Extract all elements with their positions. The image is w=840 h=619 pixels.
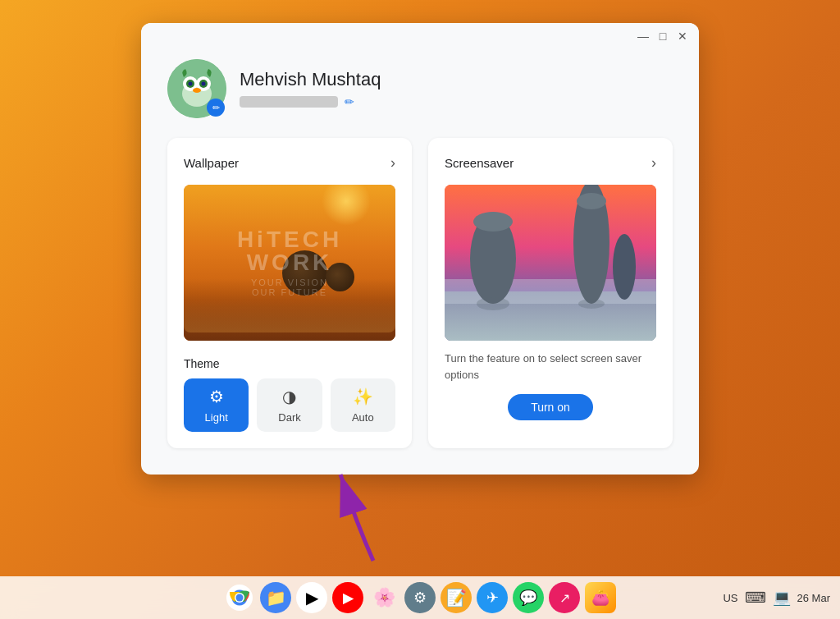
taskbar-notes-icon[interactable]: 📝 <box>441 582 472 613</box>
screensaver-card-title: Screensaver <box>445 156 514 170</box>
title-bar: — □ ✕ <box>141 23 699 46</box>
wallpaper-beach-bg <box>184 185 395 341</box>
profile-edit-icon[interactable]: ✏ <box>345 95 354 108</box>
svg-point-22 <box>236 594 244 602</box>
taskbar-files-icon[interactable]: 📁 <box>260 582 291 613</box>
sun-glow <box>322 185 371 226</box>
wallpaper-card: Wallpaper › HiTECH WORK YOU <box>167 138 412 448</box>
taskbar-icons: 📁 ▶ ▶ 🌸 ⚙ 📝 ✈ 💬 ↗ 👛 <box>224 582 616 613</box>
wallpaper-card-arrow[interactable]: › <box>390 154 395 172</box>
window-controls: — □ ✕ <box>637 30 689 43</box>
taskbar-region: US <box>723 592 737 604</box>
svg-point-6 <box>189 82 193 86</box>
taskbar: 📁 ▶ ▶ 🌸 ⚙ 📝 ✈ 💬 ↗ 👛 US ⌨ 💻 26 Mar <box>0 576 840 619</box>
screensaver-description: Turn the feature on to select screen sav… <box>445 351 656 383</box>
screensaver-card: Screensaver › <box>428 138 673 448</box>
profile-name: Mehvish Mushtaq <box>240 69 381 90</box>
minimize-button[interactable]: — <box>637 30 650 43</box>
taskbar-whatsapp-icon[interactable]: 💬 <box>513 582 544 613</box>
taskbar-keyboard-icon[interactable]: ⌨ <box>745 589 766 607</box>
auto-theme-icon: ✨ <box>353 387 373 406</box>
screensaver-card-header: Screensaver › <box>445 154 656 172</box>
taskbar-chrome-icon[interactable] <box>224 582 255 613</box>
theme-dark-label: Dark <box>278 411 300 424</box>
beach-ball-1 <box>282 250 327 296</box>
taskbar-youtube-icon[interactable]: ▶ <box>332 582 363 613</box>
taskbar-settings-icon[interactable]: ⚙ <box>404 582 436 613</box>
screensaver-rocks-bg <box>445 185 656 341</box>
taskbar-settings-sys-icon[interactable]: 💻 <box>773 589 791 607</box>
wallpaper-preview[interactable]: HiTECH WORK YOUR VISION OUR FUTURE <box>184 185 395 341</box>
theme-light-label: Light <box>205 411 228 424</box>
svg-point-13 <box>473 212 513 232</box>
settings-dialog: — □ ✕ <box>141 23 699 475</box>
taskbar-share-icon[interactable]: ↗ <box>549 582 580 613</box>
taskbar-date: 26 Mar <box>797 592 830 604</box>
svg-point-7 <box>202 82 206 86</box>
theme-auto-label: Auto <box>352 411 374 424</box>
svg-point-16 <box>613 234 636 300</box>
taskbar-photos-icon[interactable]: 🌸 <box>368 582 399 613</box>
taskbar-playstore-icon[interactable]: ▶ <box>296 582 327 613</box>
turn-on-button[interactable]: Turn on <box>508 394 593 420</box>
wallpaper-card-title: Wallpaper <box>184 156 239 170</box>
svg-point-15 <box>577 193 606 209</box>
beach-ball-2 <box>326 263 354 291</box>
dialog-content: ✏ Mehvish Mushtaq ✏ Wallpaper › <box>141 46 699 475</box>
light-theme-icon: ⚙ <box>209 387 224 406</box>
taskbar-right: US ⌨ 💻 26 Mar <box>723 589 830 607</box>
maximize-button[interactable]: □ <box>656 30 669 43</box>
theme-light-button[interactable]: ⚙ Light <box>184 378 249 432</box>
svg-point-18 <box>578 299 605 309</box>
profile-email-blur <box>240 96 338 108</box>
theme-auto-button[interactable]: ✨ Auto <box>331 378 395 432</box>
profile-email-row: ✏ <box>240 95 381 108</box>
close-button[interactable]: ✕ <box>676 30 689 43</box>
svg-point-8 <box>193 88 201 93</box>
screensaver-svg <box>445 185 656 341</box>
taskbar-wallet-icon[interactable]: 👛 <box>585 582 616 613</box>
theme-section: Theme ⚙ Light ◑ Dark ✨ Auto <box>184 357 395 432</box>
avatar-wrap: ✏ <box>167 59 226 118</box>
profile-section: ✏ Mehvish Mushtaq ✏ <box>167 59 673 118</box>
water-shimmer <box>184 300 395 332</box>
screensaver-preview <box>445 185 656 341</box>
screensaver-card-arrow[interactable]: › <box>651 154 656 172</box>
cards-row: Wallpaper › HiTECH WORK YOU <box>167 138 673 448</box>
svg-point-17 <box>477 297 509 310</box>
theme-dark-button[interactable]: ◑ Dark <box>257 378 322 432</box>
dark-theme-icon: ◑ <box>282 387 296 406</box>
taskbar-telegram-icon[interactable]: ✈ <box>477 582 508 613</box>
theme-buttons: ⚙ Light ◑ Dark ✨ Auto <box>184 378 395 432</box>
wallpaper-card-header: Wallpaper › <box>184 154 395 172</box>
avatar-edit-button[interactable]: ✏ <box>207 99 225 117</box>
theme-label: Theme <box>184 357 395 370</box>
profile-info: Mehvish Mushtaq ✏ <box>240 69 381 108</box>
